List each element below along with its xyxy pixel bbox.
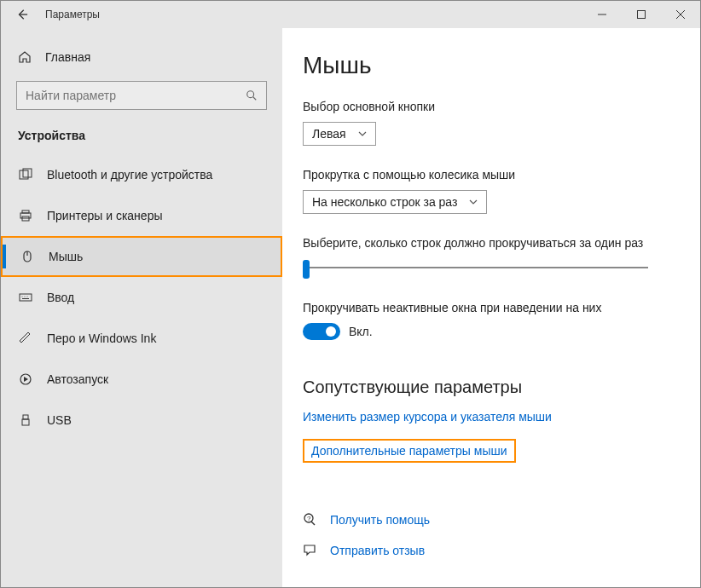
chevron-down-icon xyxy=(358,131,367,136)
sidebar-item-label: USB xyxy=(47,413,72,427)
category-title: Устройства xyxy=(1,129,282,154)
advanced-mouse-link[interactable]: Дополнительные параметры мыши xyxy=(303,439,516,463)
pen-icon xyxy=(18,331,33,345)
sidebar-item-autoplay[interactable]: Автозапуск xyxy=(1,359,282,400)
svg-text:?: ? xyxy=(307,515,311,522)
primary-button-dropdown[interactable]: Левая xyxy=(303,122,376,146)
svg-rect-13 xyxy=(20,294,32,301)
minimize-button[interactable] xyxy=(582,1,622,28)
keyboard-icon xyxy=(18,291,33,304)
mouse-icon xyxy=(20,250,35,263)
svg-rect-19 xyxy=(23,415,28,419)
sidebar-item-pen[interactable]: Перо и Windows Ink xyxy=(1,318,282,359)
sidebar-item-label: Принтеры и сканеры xyxy=(47,209,162,222)
toggle-state-label: Вкл. xyxy=(349,325,373,338)
svg-rect-9 xyxy=(22,210,29,213)
dropdown-value: На несколько строк за раз xyxy=(312,195,457,209)
inactive-scroll-toggle[interactable] xyxy=(303,323,340,340)
sidebar-item-printers[interactable]: Принтеры и сканеры xyxy=(1,195,282,236)
svg-point-4 xyxy=(247,91,254,98)
svg-rect-1 xyxy=(638,11,646,19)
autoplay-icon xyxy=(18,372,33,386)
get-help-link[interactable]: Получить помощь xyxy=(330,513,430,527)
sidebar-item-typing[interactable]: Ввод xyxy=(1,277,282,318)
sidebar-item-bluetooth[interactable]: Bluetooth и другие устройства xyxy=(1,154,282,195)
svg-line-5 xyxy=(253,97,257,101)
back-button[interactable] xyxy=(9,9,35,20)
lines-slider[interactable] xyxy=(303,258,648,279)
primary-button-label: Выбор основной кнопки xyxy=(303,100,669,113)
svg-rect-20 xyxy=(22,419,29,425)
printer-icon xyxy=(18,209,33,222)
feedback-icon xyxy=(303,543,322,558)
slider-thumb[interactable] xyxy=(303,260,310,279)
cursor-size-link[interactable]: Изменить размер курсора и указателя мыши xyxy=(303,410,552,424)
window-title: Параметры xyxy=(45,9,100,20)
search-box[interactable] xyxy=(16,81,267,110)
sidebar-item-label: Ввод xyxy=(47,291,74,304)
svg-point-15 xyxy=(25,297,26,297)
page-title: Мышь xyxy=(303,52,669,79)
sidebar-item-label: Перо и Windows Ink xyxy=(47,331,156,345)
inactive-scroll-label: Прокручивать неактивные окна при наведен… xyxy=(303,301,669,314)
usb-icon xyxy=(18,413,33,427)
related-settings-title: Сопутствующие параметры xyxy=(303,378,669,397)
lines-label: Выберите, сколько строк должно прокручив… xyxy=(303,236,669,250)
home-nav[interactable]: Главная xyxy=(1,43,282,71)
dropdown-value: Левая xyxy=(312,127,346,141)
svg-point-14 xyxy=(22,297,23,297)
sidebar-item-mouse[interactable]: Мышь xyxy=(1,236,282,277)
maximize-button[interactable] xyxy=(622,1,661,28)
close-button[interactable] xyxy=(661,1,700,28)
search-input[interactable] xyxy=(26,89,246,102)
search-icon xyxy=(246,89,258,101)
home-label: Главная xyxy=(45,50,90,64)
help-icon: ? xyxy=(303,512,322,527)
svg-point-16 xyxy=(27,297,28,297)
toggle-knob xyxy=(326,326,336,337)
feedback-link[interactable]: Отправить отзыв xyxy=(330,544,425,557)
chevron-down-icon xyxy=(469,199,478,205)
home-icon xyxy=(18,50,32,64)
sidebar-item-label: Bluetooth и другие устройства xyxy=(47,168,212,182)
sidebar-item-usb[interactable]: USB xyxy=(1,400,282,441)
sidebar-item-label: Автозапуск xyxy=(47,372,108,386)
bluetooth-icon xyxy=(18,168,33,182)
sidebar-item-label: Мышь xyxy=(49,250,83,263)
scroll-wheel-label: Прокрутка с помощью колесика мыши xyxy=(303,168,669,182)
scroll-wheel-dropdown[interactable]: На несколько строк за раз xyxy=(303,190,487,214)
slider-track xyxy=(303,267,648,268)
